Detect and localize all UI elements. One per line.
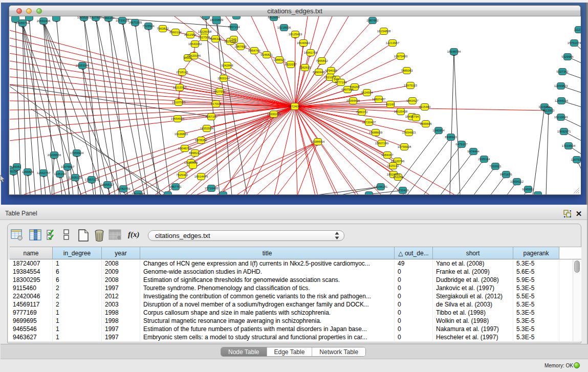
table-cell: 1 bbox=[53, 333, 102, 341]
select-rows-icon[interactable] bbox=[47, 229, 57, 240]
graph-node-label: 2087682 bbox=[366, 19, 379, 22]
table-cell: 18300295 bbox=[10, 276, 53, 284]
graph-node-label: 16640910 bbox=[297, 41, 311, 45]
column-header-pagerank[interactable]: pagerank bbox=[513, 247, 559, 259]
function-builder-icon[interactable]: f(x) bbox=[128, 230, 140, 239]
graph-node-label: 10688609 bbox=[369, 131, 383, 134]
table-row[interactable]: 1872400712008Changes of HCN gene express… bbox=[8, 259, 581, 268]
row-height-icon[interactable] bbox=[63, 229, 69, 240]
graph-node-label: 9327503 bbox=[198, 36, 210, 39]
graph-edge bbox=[473, 169, 493, 194]
float-panel-icon[interactable] bbox=[563, 210, 572, 218]
tab-edge-table[interactable]: Edge Table bbox=[267, 347, 313, 357]
graph-node-label: 11353594 bbox=[200, 127, 214, 130]
graph-node-label: 19218506 bbox=[277, 26, 291, 29]
graph-node[interactable] bbox=[233, 16, 241, 19]
table-cell: 0 bbox=[395, 276, 433, 284]
column-header-out-de-[interactable]: △ out_de... bbox=[395, 247, 433, 259]
table-cell: 5.9E-5 bbox=[513, 276, 559, 284]
memory-ok-icon bbox=[574, 362, 580, 368]
table-row[interactable]: 911546021997Tourette syndrome. Phenomeno… bbox=[8, 284, 581, 292]
table-cell: 2003 bbox=[102, 300, 140, 309]
graph-node-label: 17359924 bbox=[70, 151, 84, 155]
tab-node-table[interactable]: Node Table bbox=[221, 347, 267, 357]
graph-node-label: 10958117 bbox=[101, 183, 115, 186]
table-row[interactable]: 1456911722003Disruption of a novel membe… bbox=[8, 300, 581, 309]
window-resize-grip[interactable] bbox=[573, 187, 579, 193]
graph-node-label: 20053346 bbox=[76, 64, 90, 67]
table-cell: 0 bbox=[395, 268, 433, 276]
graph-node-label: 9084067 bbox=[381, 154, 394, 157]
close-panel-icon[interactable]: ✕ bbox=[575, 208, 583, 219]
graph-node-label: 9146821 bbox=[260, 53, 273, 56]
column-chooser-icon[interactable] bbox=[29, 229, 42, 241]
table-cell: 19384554 bbox=[10, 268, 53, 276]
graph-node-label: 8990448 bbox=[313, 71, 325, 74]
graph-node-label: 1527602 bbox=[90, 16, 102, 19]
graph-node-label: 16495794 bbox=[405, 115, 419, 118]
delete-table-icon[interactable] bbox=[94, 229, 105, 242]
graph-node[interactable] bbox=[53, 16, 60, 21]
graph-node[interactable] bbox=[202, 16, 210, 19]
graph-node-label: 9699695 bbox=[420, 122, 432, 125]
graph-node[interactable] bbox=[26, 16, 33, 21]
table-row[interactable]: 2242004622012Investigating the contribut… bbox=[8, 292, 581, 300]
column-header-year[interactable]: year bbox=[102, 247, 140, 259]
graph-node-label: 7955812 bbox=[316, 59, 328, 62]
column-header-in-degree[interactable]: in_degree bbox=[53, 247, 102, 259]
graph-node-label: 16961758 bbox=[304, 51, 318, 54]
table-settings-icon[interactable] bbox=[11, 229, 23, 241]
table-row[interactable]: 1938455462009Genome-wide association stu… bbox=[8, 268, 581, 276]
vertical-scrollbar[interactable] bbox=[573, 259, 581, 341]
table-cell: 6 bbox=[53, 268, 102, 276]
table-cell: Estimation of the future numbers of pati… bbox=[140, 325, 395, 333]
graph-node-label: 17016504 bbox=[562, 144, 576, 147]
column-header-short[interactable]: short bbox=[433, 247, 513, 259]
graph-node-label: 19654925 bbox=[171, 117, 185, 120]
graph-node[interactable] bbox=[365, 192, 373, 195]
table-row[interactable]: 969969511998Structural magnetic resonanc… bbox=[8, 317, 581, 325]
graph-node-label: 12093823 bbox=[554, 84, 568, 87]
table-row[interactable]: 946554611997Estimation of the future num… bbox=[8, 325, 581, 333]
table-container: f(x) citations_edges.txt namein_degreeye… bbox=[7, 224, 581, 343]
table-cell: Tibbo et al. (1998) bbox=[433, 309, 513, 317]
graph-node-label: 9329966 bbox=[561, 55, 574, 58]
table-tabs: Node TableEdge TableNetwork Table bbox=[221, 347, 366, 357]
graph-node-label: 9245652 bbox=[522, 188, 534, 191]
network-select-combo[interactable]: citations_edges.txt bbox=[148, 230, 344, 241]
graph-edge bbox=[407, 140, 448, 194]
table-row[interactable]: 1830029562008Estimation of significance … bbox=[8, 276, 581, 284]
graph-node-label: 9242848 bbox=[221, 64, 233, 67]
tab-network-table[interactable]: Network Table bbox=[312, 347, 365, 357]
table-cell: 5.5E-5 bbox=[513, 292, 559, 300]
table-cell: 9777169 bbox=[10, 309, 53, 317]
graph-node-label: 8813054 bbox=[268, 16, 280, 19]
network-canvas[interactable]: 1405571420691406106552671527602646616010… bbox=[10, 16, 581, 194]
memory-status-label: Memory: OK bbox=[545, 363, 573, 368]
window-titlebar[interactable]: citations_edges.txt bbox=[9, 6, 580, 16]
graph-edge-citation bbox=[274, 110, 294, 194]
graph-node-label: 7515524 bbox=[142, 25, 155, 28]
graph-node[interactable] bbox=[220, 192, 227, 195]
new-document-icon[interactable] bbox=[78, 229, 89, 242]
graph-node-label: 16671355 bbox=[128, 21, 142, 24]
window-title: citations_edges.txt bbox=[9, 6, 580, 16]
table-cell: 22420046 bbox=[10, 292, 53, 300]
graph-edge bbox=[450, 56, 454, 194]
graph-node[interactable] bbox=[534, 192, 542, 195]
table-cell: Structural magnetic resonance image aver… bbox=[140, 317, 395, 325]
scrollbar-thumb[interactable] bbox=[574, 260, 580, 273]
graph-node-label: 1145194 bbox=[54, 172, 67, 176]
table-cell: Changes of HCN gene expression and I(f) … bbox=[140, 259, 395, 268]
graph-node[interactable] bbox=[164, 192, 172, 195]
graph-edge-citation bbox=[295, 38, 295, 103]
table-row[interactable]: 946362711997Embryonic stem cells: a mode… bbox=[8, 333, 581, 341]
table-row[interactable]: 977716911998Corpus callosum shape and si… bbox=[8, 309, 581, 317]
column-header-title[interactable]: title bbox=[140, 247, 395, 259]
column-header-name[interactable]: name bbox=[10, 247, 53, 259]
table-panel-body: f(x) citations_edges.txt namein_degreeye… bbox=[0, 220, 587, 372]
table-panel: Table Panel ✕ bbox=[0, 205, 588, 372]
table-cell: 5.3E-5 bbox=[513, 333, 559, 341]
table-header-row[interactable]: namein_degreeyeartitle△ out_de...shortpa… bbox=[8, 247, 581, 259]
table-cell: 5.3E-5 bbox=[513, 284, 559, 292]
